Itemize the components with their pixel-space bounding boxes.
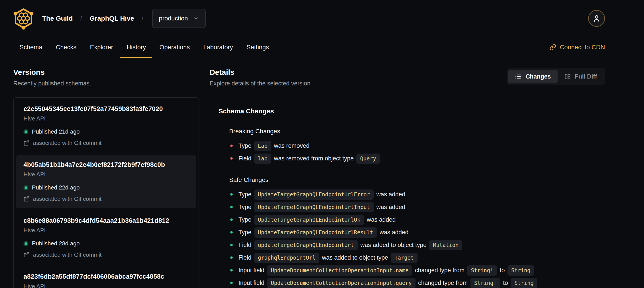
published-status-dot (24, 129, 28, 134)
version-service: Hive API (24, 283, 189, 288)
code-chip: UpdateTargetGraphQLEndpointUrlInput (254, 202, 374, 212)
schema-changes-title: Schema Changes (218, 107, 605, 115)
git-commit-label: associated with Git commit (33, 140, 102, 146)
tab-laboratory[interactable]: Laboratory (197, 37, 239, 58)
details-title: Details (210, 68, 310, 77)
change-item: FieldgraphqlEndpointUrlwas added to obje… (238, 252, 605, 263)
text-segment: was added to object type (322, 254, 388, 261)
code-chip: Lab (254, 141, 271, 151)
code-chip: graphqlEndpointUrl (254, 253, 319, 263)
version-card[interactable]: a823f6db2a55df877dcf406006abca97fcc4858c… (16, 267, 196, 288)
text-segment: Type (238, 216, 252, 223)
version-service: Hive API (24, 171, 189, 178)
versions-subtitle: Recently published schemas. (13, 80, 199, 87)
details-panel: Details Explore details of the selected … (210, 68, 605, 288)
external-link-icon (24, 196, 30, 202)
details-header: Details Explore details of the selected … (210, 68, 605, 87)
breaking-changes-title: Breaking Changes (229, 128, 605, 135)
version-hash: e2e55045345ce13fe07f52a77459b83fa3fe7020 (24, 105, 189, 113)
change-text: TypeUpdateTargetGraphQLEndpointUrlErrorw… (238, 191, 405, 198)
change-text: Input fieldUpdateDocumentCollectionOpera… (238, 279, 540, 286)
text-segment: Input field (238, 279, 264, 286)
tab-operations[interactable]: Operations (153, 37, 196, 58)
text-segment: Type (238, 204, 252, 210)
tab-label: Checks (56, 44, 76, 51)
code-chip: UpdateDocumentCollectionOperationInput.q… (267, 278, 416, 288)
user-menu-button[interactable] (588, 10, 605, 27)
full-diff-view-button[interactable]: Full Diff (558, 70, 604, 83)
tab-explorer[interactable]: Explorer (84, 37, 119, 58)
target-selector[interactable]: production (152, 9, 206, 28)
link-icon (550, 44, 556, 51)
tab-label: Laboratory (203, 44, 233, 51)
tab-schema[interactable]: Schema (13, 37, 48, 58)
text-segment: Input field (238, 267, 264, 273)
code-chip: String! (467, 265, 497, 275)
changes-view-button[interactable]: Changes (508, 70, 557, 83)
chevron-down-icon (193, 16, 199, 21)
version-card[interactable]: c8b6e88a06793b9c4dfd54aaa21b36a1b421d812… (16, 211, 196, 264)
change-item: TypeUpdateTargetGraphQLEndpointUrlErrorw… (238, 189, 605, 199)
code-chip: Mutation (429, 240, 462, 250)
tab-history[interactable]: History (120, 37, 152, 58)
connect-cdn-link[interactable]: Connect to CDN (550, 44, 605, 51)
change-item: FieldupdateTargetGraphQLEndpointUrlwas a… (238, 240, 605, 250)
view-toggle: Changes Full Diff (507, 68, 605, 85)
change-text: TypeLabwas removed (238, 142, 309, 149)
version-card[interactable]: e2e55045345ce13fe07f52a77459b83fa3fe7020… (16, 99, 196, 152)
text-segment: was added to object type (360, 242, 426, 248)
tab-label: Operations (159, 44, 190, 51)
change-text: TypeUpdateTargetGraphQLEndpointUrlInputw… (238, 204, 405, 211)
git-commit-link[interactable]: associated with Git commit (24, 140, 189, 146)
text-segment: Type (238, 229, 252, 236)
tab-settings[interactable]: Settings (240, 37, 275, 58)
text-segment: to (500, 267, 505, 273)
text-segment: Type (238, 142, 252, 149)
version-service: Hive API (24, 227, 189, 234)
text-segment: changed type from (415, 267, 464, 273)
version-service: Hive API (24, 115, 189, 122)
text-segment: was added (376, 204, 405, 210)
text-segment: was removed from object type (274, 155, 354, 162)
change-text: TypeUpdateTargetGraphQLEndpointUrlResult… (238, 229, 408, 236)
text-segment: Type (238, 191, 252, 198)
version-status-label: Published 21d ago (32, 128, 80, 135)
tab-checks[interactable]: Checks (50, 37, 83, 58)
code-chip: UpdateDocumentCollectionOperationInput.n… (267, 265, 412, 275)
change-text: TypeUpdateTargetGraphQLEndpointUrlOkwas … (238, 216, 396, 223)
tabs-row: Schema Checks Explorer History Operation… (0, 37, 644, 58)
columns-icon (564, 73, 571, 80)
code-chip: UpdateTargetGraphQLEndpointUrlError (254, 189, 374, 200)
text-segment: was added (367, 216, 396, 223)
tab-label: Schema (20, 44, 42, 51)
tab-label: Explorer (90, 44, 113, 51)
version-card[interactable]: 4b05ab51b1b4a7e2e4b0ef82172f2b9f7ef98c0b… (16, 155, 196, 208)
app-header: The Guild / GraphQL Hive / production Sc… (0, 0, 644, 58)
version-hash: c8b6e88a06793b9c4dfd54aaa21b36a1b421d812 (24, 217, 189, 224)
text-segment: changed type from (418, 279, 468, 286)
breadcrumb-org-link[interactable]: The Guild (42, 15, 73, 22)
main-content: Versions Recently published schemas. e2e… (0, 58, 644, 288)
version-status-label: Published 22d ago (32, 184, 80, 191)
full-diff-view-label: Full Diff (575, 73, 597, 80)
change-item: TypeUpdateTargetGraphQLEndpointUrlInputw… (238, 202, 605, 212)
change-item: Input fieldUpdateDocumentCollectionOpera… (238, 278, 605, 288)
user-icon (592, 14, 601, 23)
text-segment: to (503, 279, 508, 286)
change-item: TypeUpdateTargetGraphQLEndpointUrlResult… (238, 227, 605, 237)
breaking-changes-list: TypeLabwas removed Fieldlabwas removed f… (218, 141, 605, 164)
text-segment: Field (238, 254, 252, 261)
versions-list: e2e55045345ce13fe07f52a77459b83fa3fe7020… (13, 97, 199, 288)
breadcrumb-project-link[interactable]: GraphQL Hive (90, 15, 134, 22)
connect-cdn-label: Connect to CDN (560, 44, 605, 51)
list-icon (515, 73, 522, 80)
target-selector-value: production (159, 15, 188, 22)
git-commit-link[interactable]: associated with Git commit (24, 251, 189, 258)
git-commit-link[interactable]: associated with Git commit (24, 195, 189, 202)
details-subtitle: Explore details of the selected version (210, 80, 310, 87)
git-commit-label: associated with Git commit (33, 251, 102, 258)
change-text: Fieldlabwas removed from object typeQuer… (238, 155, 382, 162)
safe-changes-title: Safe Changes (229, 176, 605, 183)
version-hash: 4b05ab51b1b4a7e2e4b0ef82172f2b9f7ef98c0b (24, 161, 189, 168)
tab-label: Settings (246, 44, 269, 51)
